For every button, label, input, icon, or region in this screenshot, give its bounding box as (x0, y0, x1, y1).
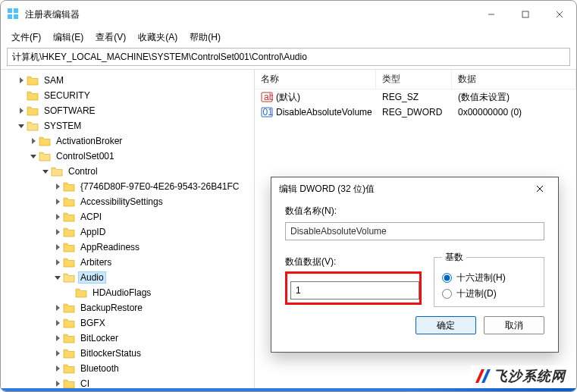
chevron-right-icon[interactable] (52, 229, 63, 235)
chevron-right-icon[interactable] (52, 365, 63, 372)
tree-node[interactable]: ActivationBroker (1, 133, 254, 149)
close-button[interactable] (542, 3, 576, 26)
chevron-down-icon[interactable] (28, 155, 39, 158)
chevron-right-icon[interactable] (16, 108, 27, 114)
chevron-down-icon[interactable] (52, 276, 63, 280)
chevron-down-icon[interactable] (40, 170, 51, 174)
minimize-button[interactable] (474, 3, 508, 26)
menu-view[interactable]: 查看(V) (89, 29, 132, 46)
menu-favorites[interactable]: 收藏夹(A) (132, 29, 183, 46)
col-data[interactable]: 数据 (452, 70, 576, 89)
tree-node-label: Bluetooth (78, 362, 121, 375)
chevron-right-icon[interactable] (52, 259, 63, 265)
value-data-label: 数值数据(V): (285, 256, 422, 268)
svg-text:011: 011 (263, 107, 274, 118)
tree-node-label: {7746D80F-97E0-4E26-9543-26B41FC (78, 180, 241, 193)
tree-node[interactable]: {7746D80F-97E0-4E26-9543-26B41FC (1, 179, 254, 194)
chevron-right-icon[interactable] (52, 335, 63, 341)
chevron-right-icon[interactable] (52, 381, 63, 387)
footer-accent (1, 388, 576, 391)
svg-rect-2 (8, 14, 12, 19)
radio-dec-label: 十进制(D) (456, 287, 497, 300)
tree-node-label: BackupRestore (78, 302, 145, 314)
tree-node[interactable]: SYSTEM (1, 118, 254, 133)
chevron-right-icon[interactable] (52, 350, 63, 356)
value-name: DisableAbsoluteVolume (276, 107, 372, 118)
tree-node-label: ActivationBroker (54, 135, 124, 147)
tree-node-label: Audio (78, 271, 106, 284)
radio-hex[interactable]: 十六进制(H) (442, 271, 536, 284)
chevron-right-icon[interactable] (52, 183, 63, 190)
tree-node[interactable]: BitLocker (1, 331, 254, 346)
base-fieldset: 基数 十六进制(H) 十进制(D) (434, 251, 544, 307)
address-bar[interactable] (7, 48, 570, 66)
folder-icon (63, 363, 75, 374)
radio-dec-input[interactable] (442, 289, 452, 299)
list-header: 名称 类型 数据 (255, 70, 576, 89)
tree-node[interactable]: Control (1, 164, 254, 179)
tree-node[interactable]: SAM (1, 73, 254, 88)
svg-rect-3 (14, 14, 18, 19)
tree-node-label: CI (78, 378, 92, 388)
radio-dec[interactable]: 十进制(D) (442, 287, 536, 300)
ok-button[interactable]: 确定 (416, 316, 476, 334)
cancel-button[interactable]: 取消 (484, 316, 544, 334)
chevron-right-icon[interactable] (28, 138, 39, 144)
col-name[interactable]: 名称 (255, 70, 376, 89)
chevron-right-icon[interactable] (52, 214, 63, 220)
folder-icon (39, 151, 51, 162)
folder-icon (63, 196, 75, 207)
menu-file[interactable]: 文件(F) (5, 29, 47, 46)
dialog-close-button[interactable] (529, 180, 550, 197)
tree-node[interactable]: BackupRestore (1, 300, 254, 315)
chevron-right-icon[interactable] (52, 320, 63, 326)
folder-icon (63, 212, 75, 222)
tree-node-label: BGFX (78, 317, 108, 329)
value-name-field[interactable]: DisableAbsoluteVolume (285, 222, 544, 240)
maximize-button[interactable] (508, 3, 542, 26)
tree-node[interactable]: Bluetooth (1, 361, 254, 376)
title-bar: 注册表编辑器 (1, 1, 576, 28)
folder-icon (63, 227, 75, 237)
tree-node[interactable]: ACPI (1, 209, 254, 224)
tree-node[interactable]: ControlSet001 (1, 149, 254, 164)
address-input[interactable] (12, 52, 565, 62)
chevron-down-icon[interactable] (16, 124, 27, 128)
tree-node[interactable]: BGFX (1, 315, 254, 331)
tree-node-label: ACPI (78, 211, 104, 223)
tree-node[interactable]: AppReadiness (1, 240, 254, 255)
menu-edit[interactable]: 编辑(E) (47, 29, 89, 46)
tree-node-label: BitlockerStatus (78, 347, 143, 359)
list-row[interactable]: ab(默认)REG_SZ(数值未设置) (255, 89, 576, 105)
tree-node[interactable]: HDAudioFlags (1, 285, 254, 300)
chevron-right-icon[interactable] (52, 305, 63, 311)
tree-node-label: SAM (42, 74, 66, 86)
tree-pane[interactable]: SAMSECURITYSOFTWARESYSTEMActivationBroke… (1, 70, 255, 388)
tree-node[interactable]: SECURITY (1, 88, 254, 103)
tree-node[interactable]: Arbiters (1, 255, 254, 270)
value-data-input[interactable] (290, 281, 419, 299)
chevron-right-icon[interactable] (52, 244, 63, 250)
tree-node[interactable]: AppID (1, 224, 254, 240)
dialog-titlebar: 编辑 DWORD (32 位)值 (271, 177, 558, 200)
chevron-right-icon[interactable] (52, 199, 63, 205)
folder-icon (63, 181, 75, 192)
chevron-right-icon[interactable] (16, 77, 27, 83)
radio-hex-input[interactable] (442, 273, 452, 283)
list-row[interactable]: 011DisableAbsoluteVolumeREG_DWORD0x00000… (255, 105, 576, 120)
tree-node[interactable]: Audio (1, 270, 254, 285)
col-type[interactable]: 类型 (376, 70, 452, 89)
tree-node-label: AccessibilitySettings (78, 196, 165, 208)
tree-node[interactable]: CI (1, 376, 254, 388)
tree-node[interactable]: SOFTWARE (1, 103, 254, 118)
tree-node[interactable]: AccessibilitySettings (1, 194, 254, 209)
tree-node-label: AppID (78, 226, 108, 238)
tree-node-label: AppReadiness (78, 241, 142, 253)
tree-node[interactable]: BitlockerStatus (1, 346, 254, 361)
svg-rect-1 (14, 8, 18, 13)
value-type: REG_SZ (376, 92, 452, 102)
folder-icon (63, 378, 75, 388)
svg-rect-5 (522, 11, 528, 17)
folder-icon (51, 166, 63, 177)
menu-help[interactable]: 帮助(H) (183, 29, 227, 46)
